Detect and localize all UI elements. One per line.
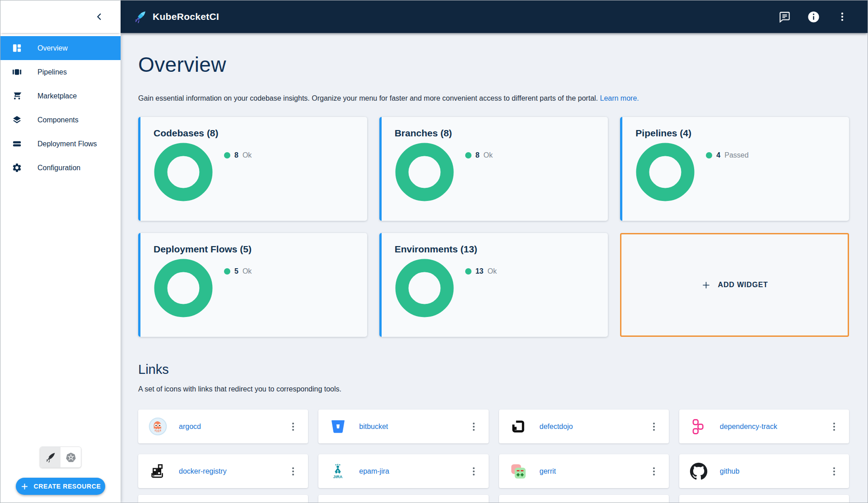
links-section-description: A set of icons with links that redirect … xyxy=(138,385,849,393)
legend-dot xyxy=(465,268,471,275)
add-widget-button[interactable]: ADD WIDGET xyxy=(620,233,849,337)
deployment-flows-donut-chart[interactable] xyxy=(154,258,213,318)
pipelines-icon xyxy=(11,67,22,78)
plus-icon xyxy=(701,280,711,290)
main-column: KubeRocketCI Overview Gain essential inf… xyxy=(121,0,868,503)
branches-donut-chart[interactable] xyxy=(395,142,454,202)
kubernetes-icon xyxy=(65,452,76,463)
layers-icon xyxy=(11,115,22,126)
environments-donut-chart[interactable] xyxy=(395,258,454,318)
create-resource-button[interactable]: CREATE RESOURCE xyxy=(16,478,105,495)
bitbucket-link[interactable]: bitbucket xyxy=(359,423,388,431)
codebases-donut-chart[interactable] xyxy=(154,142,213,202)
kuberocketci-portal: Overview Pipelines Marketplace Component… xyxy=(0,0,868,503)
legend-row: 13 Ok xyxy=(465,266,497,276)
jira-icon: JIRA xyxy=(328,462,347,481)
link-card-partial xyxy=(679,495,849,503)
gerrit-icon xyxy=(509,462,528,481)
sidebar-item-marketplace[interactable]: Marketplace xyxy=(0,84,121,108)
sidebar-item-deployment-flows[interactable]: Deployment Flows xyxy=(0,132,121,156)
widget-pipelines: Pipelines (4) 4 Passed xyxy=(620,117,849,221)
epam-jira-menu-button[interactable] xyxy=(467,465,481,478)
gerrit-menu-button[interactable] xyxy=(647,465,661,478)
widget-body: 8 Ok xyxy=(154,142,367,202)
brand[interactable]: KubeRocketCI xyxy=(133,10,219,24)
gerrit-link[interactable]: gerrit xyxy=(540,467,556,475)
dashboard-icon xyxy=(11,43,22,54)
collapse-sidebar-button[interactable] xyxy=(91,8,108,25)
header-actions xyxy=(775,8,851,26)
legend-count: 5 xyxy=(234,267,238,275)
sidebar-item-label: Configuration xyxy=(37,164,80,172)
link-card-argocd: argocd xyxy=(138,410,308,443)
kebab-menu-icon xyxy=(292,470,294,472)
sidebar-item-pipelines[interactable]: Pipelines xyxy=(0,60,121,84)
github-menu-button[interactable] xyxy=(827,465,841,478)
kubernetes-view-toggle[interactable] xyxy=(61,447,81,467)
defectdojo-link[interactable]: defectdojo xyxy=(540,423,573,431)
link-card-github: github xyxy=(679,454,849,488)
more-menu-button[interactable] xyxy=(833,8,851,26)
jira-icon-text: JIRA xyxy=(333,474,343,479)
argocd-link[interactable]: argocd xyxy=(179,423,201,431)
legend-label: Passed xyxy=(724,151,748,159)
legend-label: Ok xyxy=(484,151,493,159)
pipelines-donut-chart[interactable] xyxy=(635,142,695,202)
legend-row: 8 Ok xyxy=(465,150,493,160)
link-card-epam-jira: JIRA epam-jira xyxy=(318,454,488,488)
widget-title: Branches (8) xyxy=(395,128,608,139)
info-button[interactable] xyxy=(804,8,822,26)
legend-label: Ok xyxy=(243,267,252,275)
legend-count: 13 xyxy=(476,267,484,275)
docker-registry-link[interactable]: docker-registry xyxy=(179,467,227,475)
dependency-track-link[interactable]: dependency-track xyxy=(720,423,777,431)
kebab-menu-icon xyxy=(473,470,475,472)
sidebar-item-configuration[interactable]: Configuration xyxy=(0,156,121,180)
widget-body: 5 Ok xyxy=(154,258,367,318)
epam-jira-link[interactable]: epam-jira xyxy=(359,467,389,475)
link-card-partial xyxy=(499,495,669,503)
sidebar-item-label: Deployment Flows xyxy=(37,140,97,148)
link-card-defectdojo: defectdojo xyxy=(499,410,669,443)
rocket-icon xyxy=(45,452,56,463)
legend-label: Ok xyxy=(487,267,496,275)
chat-icon xyxy=(779,11,791,23)
page-description: Gain essential information on your codeb… xyxy=(138,94,849,102)
github-link[interactable]: github xyxy=(720,467,740,475)
defectdojo-menu-button[interactable] xyxy=(647,420,661,433)
kebab-menu-icon xyxy=(833,470,835,472)
page-description-text: Gain essential information on your codeb… xyxy=(138,94,598,102)
info-icon xyxy=(807,10,820,23)
widget-body: 13 Ok xyxy=(395,258,608,318)
sidebar-item-label: Overview xyxy=(37,44,68,52)
feedback-button[interactable] xyxy=(775,8,793,26)
link-card-dependency-track: dependency-track xyxy=(679,410,849,443)
kebab-menu-icon xyxy=(653,470,655,472)
sidebar-item-components[interactable]: Components xyxy=(0,108,121,132)
sidebar-nav: Overview Pipelines Marketplace Component… xyxy=(0,36,121,180)
legend-row: 5 Ok xyxy=(224,266,252,276)
bitbucket-menu-button[interactable] xyxy=(467,420,481,433)
dependency-track-icon xyxy=(689,417,708,436)
legend-count: 8 xyxy=(234,151,238,159)
kuberocketci-view-toggle[interactable] xyxy=(40,447,61,467)
argocd-menu-button[interactable] xyxy=(286,420,300,433)
dependency-track-menu-button[interactable] xyxy=(827,420,841,433)
gear-icon xyxy=(11,163,22,173)
plus-icon xyxy=(20,482,29,491)
learn-more-link[interactable]: Learn more. xyxy=(600,94,639,102)
rocket-logo-icon xyxy=(133,10,147,24)
legend-dot xyxy=(706,152,712,158)
link-card-partial xyxy=(318,495,488,503)
kebab-menu-icon xyxy=(653,426,655,428)
docker-registry-menu-button[interactable] xyxy=(286,465,300,478)
widgets-grid: Codebases (8) 8 Ok Branches (8) xyxy=(138,117,849,337)
kebab-menu-icon xyxy=(833,426,835,428)
widget-title: Deployment Flows (5) xyxy=(154,244,367,255)
github-icon xyxy=(689,462,708,481)
defectdojo-icon xyxy=(509,417,528,436)
sidebar-item-overview[interactable]: Overview xyxy=(0,36,121,60)
create-resource-label: CREATE RESOURCE xyxy=(34,483,101,490)
widget-deployment-flows: Deployment Flows (5) 5 Ok xyxy=(138,233,367,337)
link-card-partial xyxy=(138,495,308,503)
